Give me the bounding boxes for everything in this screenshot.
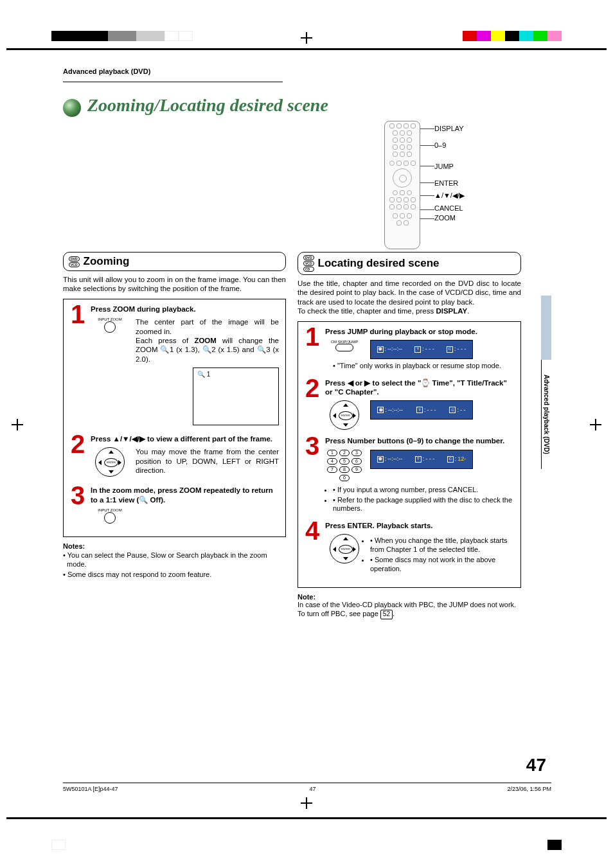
remote-label-display: DISPLAY	[434, 124, 465, 133]
step-label: Press ▲/▼/◀/▶ to view a different part o…	[91, 434, 279, 443]
bullet-item: • Refer to the package supplied with the…	[333, 496, 514, 514]
registration-mark-icon	[12, 419, 23, 430]
zoom-preview-screen: 🔍 1	[193, 368, 279, 425]
leader-line	[420, 128, 434, 129]
text-line: .	[467, 307, 469, 315]
text-line: In case of the Video-CD playback with PB…	[298, 601, 516, 617]
footer: 5W50101A [E]p44-47 47 2/23/06, 1:56 PM	[63, 783, 551, 792]
text-line: Use the title, chapter and time recorded…	[298, 279, 521, 306]
step-text: You may move the frame from the center p…	[136, 447, 279, 475]
dpad-icon	[95, 447, 125, 477]
step-number-icon: 1	[303, 327, 321, 372]
step-label: Press ENTER. Playback starts.	[325, 521, 514, 530]
zooming-steps-box: 1 Press ZOOM during playback. INPUT ZOOM…	[63, 299, 286, 537]
step-label: Press Number buttons (0–9) to change the…	[325, 436, 514, 445]
osd-display: ⌚:--:--:-- T:- - - C:- -	[370, 400, 473, 420]
disc-badge: VCD	[69, 262, 80, 267]
step-number-icon: 4	[303, 521, 321, 574]
step-number-icon: 3	[69, 486, 87, 524]
locating-intro: Use the title, chapter and time recorded…	[298, 279, 521, 316]
text-line: Each press of	[136, 337, 194, 344]
text-line: ZOOM	[194, 337, 217, 344]
bottom-rule	[6, 817, 607, 819]
cmskip-label: CM SKIP/JUMP	[325, 340, 364, 344]
notes-title: Notes:	[63, 542, 286, 550]
breadcrumb: Advanced playback (DVD)	[63, 67, 551, 75]
cmskip-button-icon	[335, 344, 353, 351]
step-label: Press ZOOM during playback.	[91, 305, 279, 314]
breadcrumb-rule	[63, 82, 283, 82]
text-line: To check the title, chapter and time, pr…	[298, 307, 436, 315]
zoom-level-indicator: 🔍 1	[197, 371, 210, 378]
bullet-item: • Some discs may not work in the above o…	[370, 556, 514, 574]
step-label: Press JUMP during playback or stop mode.	[325, 327, 514, 336]
leader-line	[420, 166, 434, 166]
bullet-item: • When you change the title, playback st…	[370, 536, 514, 554]
disc-badge: DVD	[69, 256, 80, 261]
text-line: DISPLAY	[436, 307, 467, 315]
note-item: • "Time" only works in playback or resum…	[333, 362, 514, 371]
top-rule	[6, 48, 607, 50]
section-title: Locating desired scene	[318, 257, 440, 270]
leader-line	[420, 182, 434, 183]
step-label: In the zoom mode, press ZOOM repeatedly …	[91, 486, 279, 504]
zoom-button-icon	[104, 321, 116, 333]
text-line: .	[393, 610, 395, 617]
page-ref: 52	[380, 610, 393, 619]
section-header-zooming: DVD VCD Zooming	[63, 252, 286, 271]
zoom-btn-label: INPUT ZOOM	[91, 508, 129, 512]
registration-mark-icon	[301, 32, 312, 44]
title-sphere-icon	[63, 99, 81, 117]
text-line: The center part of the image will be zoo…	[136, 318, 279, 335]
footer-right: 2/23/06, 1:56 PM	[507, 786, 551, 792]
step-label: Press ◀ or ▶ to select the "⌚ Time", "T …	[325, 378, 514, 397]
bullet-item: • If you input a wrong number, press CAN…	[333, 486, 514, 495]
step-number-icon: 2	[303, 378, 321, 430]
step-number-icon: 1	[69, 305, 87, 425]
remote-body-icon	[384, 121, 420, 249]
leader-line	[420, 145, 434, 146]
zoom-btn-label: INPUT ZOOM	[91, 317, 129, 321]
osd-display: ⌚:--:--:-- T:- - - C:- - -	[370, 340, 473, 359]
page-title: Zooming/Locating desired scene	[87, 95, 328, 116]
note-title: Note:	[298, 593, 521, 601]
zooming-intro: This unit will allow you to zoom in on t…	[63, 275, 286, 294]
registration-mark-icon	[590, 419, 601, 430]
leader-line	[420, 209, 434, 210]
leader-line	[420, 218, 434, 219]
locating-note: In case of the Video-CD playback with PB…	[298, 601, 521, 619]
osd-display: ⌚:--:--:-- T:- - - C:12-	[370, 450, 473, 469]
remote-label-cancel: CANCEL	[434, 204, 465, 213]
note-item: • You can select the Pause, Slow or Sear…	[63, 551, 286, 569]
step-number-icon: 3	[303, 436, 321, 515]
locating-steps-box: 1 Press JUMP during playback or stop mod…	[298, 321, 521, 589]
note-item: • Some discs may not respond to zoom fea…	[63, 571, 286, 580]
disc-badge: VCD	[303, 261, 314, 266]
remote-label-arrows: ▲/▼/◀/▶	[434, 191, 465, 200]
notes-list: • You can select the Pause, Slow or Sear…	[63, 551, 286, 579]
remote-label-enter: ENTER	[434, 179, 465, 188]
step-text: The center part of the image will be zoo…	[136, 317, 279, 364]
dpad-icon	[330, 400, 359, 430]
footer-center: 47	[310, 786, 316, 792]
remote-label-numbers: 0–9	[434, 141, 465, 150]
page-number: 47	[526, 755, 546, 775]
dpad-icon	[330, 534, 359, 563]
step-number-icon: 2	[69, 434, 87, 477]
leader-line	[420, 195, 434, 196]
zoom-button-icon	[104, 512, 116, 524]
registration-mark-icon	[301, 797, 312, 809]
footer-left: 5W50101A [E]p44-47	[63, 786, 118, 792]
disc-badge: DVD	[303, 255, 314, 260]
remote-label-zoom: ZOOM	[434, 213, 465, 222]
remote-label-jump: JUMP	[434, 162, 465, 171]
disc-badge: CD	[303, 267, 314, 272]
remote-diagram: DISPLAY 0–9 JUMP ENTER ▲/▼/◀/▶ CANCEL ZO…	[384, 121, 551, 256]
number-pad-icon: 123 456 789 0	[325, 450, 364, 483]
section-title: Zooming	[84, 255, 130, 268]
